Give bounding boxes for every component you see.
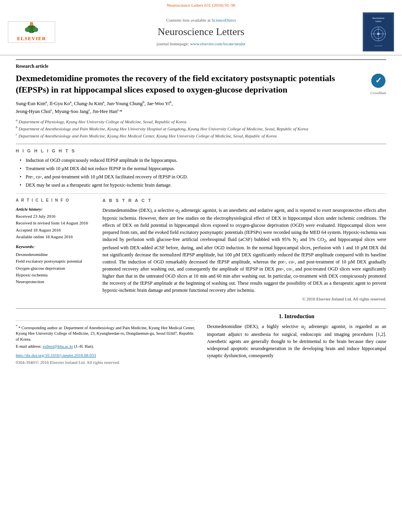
article-info-heading: A R T I C L E I N F O [16,198,95,203]
svg-point-14 [377,33,380,35]
svg-point-2 [25,28,30,32]
footnote-col: * * Corresponding author at: Department … [16,313,195,365]
sciencedirect-link[interactable]: ScienceDirect [212,18,236,22]
affiliation-c: c Department of Anesthesiology and Pain … [16,132,386,139]
homepage-label: journal homepage: www.elsevier.com/locat… [67,41,335,47]
divider-2 [16,193,386,194]
keyword-2: Field excitatory postsynaptic potential [16,258,95,264]
citation-text: Neuroscience Letters 631 (2016) 91–96 [167,3,236,7]
crossmark-label: CrossMark [370,91,386,96]
rights-text: 0304-3940/© 2016 Elsevier Ireland Ltd. A… [16,360,195,365]
journal-header-center: Contents lists available at ScienceDirec… [59,17,343,47]
washing-out-highlight: washing out [151,266,174,272]
sciencedirect-label: Contents lists available at ScienceDirec… [67,17,335,23]
elsevier-logo-box: ELSEVIER [8,21,55,43]
article-info-column: A R T I C L E I N F O Article history: R… [16,198,95,302]
history-online: Available online 18 August 2016 [16,234,95,240]
divider-3 [16,308,386,309]
intro-text: Dexmedetomidine (DEX), a highly selectiv… [207,323,386,359]
footnote-email-line: E-mail address: esthesi@khu.ac.kr (J.-H.… [16,344,195,350]
journal-cover-svg: Neuroscience Letters ELSEVIER [365,14,392,50]
history-received: Received 23 July 2016 [16,213,95,219]
intro-section-number: 1. Introduction [207,313,386,321]
article-history: Article history: Received 23 July 2016 R… [16,206,95,240]
elsevier-logo-section: ELSEVIER [8,21,59,43]
history-title: Article history: [16,206,95,212]
elsevier-tree-icon [16,22,47,34]
homepage-url[interactable]: www.elsevier.com/locate/neulet [190,41,245,46]
footnote-star-text: * * Corresponding author at: Department … [16,324,195,343]
journal-cover-image: Neuroscience Letters ELSEVIER [363,12,394,52]
abstract-text: Dexmedetomidine (DEX), a selective α2 ad… [102,207,386,294]
elsevier-brand: ELSEVIER [17,35,46,42]
footnote-email-label: E-mail address: [16,344,42,348]
article-type: Research article [16,59,386,70]
svg-text:Letters: Letters [375,20,382,22]
crossmark-section: ✓ CrossMark [370,73,386,96]
article-title-row: Dexmedetomidine promotes the recovery of… [16,73,386,96]
svg-text:ELSEVIER: ELSEVIER [374,45,382,47]
history-accepted: Accepted 18 August 2016 [16,227,95,233]
affiliation-a: a Department of Physiology, Kyung Hee Un… [16,118,386,125]
footnote-email-suffix: (J.-H. Han). [74,344,94,348]
svg-rect-5 [30,22,33,26]
doi-url[interactable]: http://dx.doi.org/10.1016/j.neulet.2016.… [16,353,96,358]
svg-point-3 [33,28,38,32]
keywords-section: Keywords: Dexmedetomidine Field excitato… [16,244,95,285]
highlight-item-2: Treatment with 10 µM DEX did not reduce … [20,165,386,172]
keyword-3: Oxygen-glucose deprivation [16,265,95,271]
bottom-two-col: * * Corresponding author at: Department … [16,313,386,365]
authors-text: Sung-Eun Kima, Il-Gyu Koa, Chang-Ju Kima… [16,101,173,114]
copyright-text: © 2016 Elsevier Ireland Ltd. All rights … [102,296,386,302]
keyword-4: Hypoxic-ischemia [16,272,95,278]
crossmark-icon: ✓ [370,73,386,89]
footnote-email-link[interactable]: esthesi@khu.ac.kr [43,344,73,348]
highlights-list: Induction of OGD conspicuously reduced f… [16,157,386,188]
highlight-item-3: Pre-, co-, and post-treatment with 10 µM… [20,174,386,180]
journal-header: ELSEVIER Contents lists available at Sci… [0,9,402,56]
journal-title: Neuroscience Letters [67,25,335,39]
footnote-section: * * Corresponding author at: Department … [16,321,195,349]
abstract-column: A B S T R A C T Dexmedetomidine (DEX), a… [102,198,386,302]
two-column-section: A R T I C L E I N F O Article history: R… [16,198,386,302]
abstract-heading: A B S T R A C T [102,198,386,204]
authors: Sung-Eun Kima, Il-Gyu Koa, Chang-Ju Kima… [16,100,386,115]
article-body: Research article Dexmedetomidine promote… [0,56,402,373]
doi-link[interactable]: http://dx.doi.org/10.1016/j.neulet.2016.… [16,352,195,358]
keywords-title: Keywords: [16,244,95,250]
introduction-col: 1. Introduction Dexmedetomidine (DEX), a… [207,313,386,365]
highlights-section: H I G H L I G H T S Induction of OGD con… [16,148,386,189]
keyword-1: Dexmedetomidine [16,252,95,258]
article-title: Dexmedetomidine promotes the recovery of… [16,73,370,95]
highlight-item-1: Induction of OGD conspicuously reduced f… [20,157,386,164]
citation-bar: Neuroscience Letters 631 (2016) 91–96 [0,0,402,9]
highlight-item-4: DEX may be used as a therapeutic agent f… [20,182,386,189]
highlights-heading: H I G H L I G H T S [16,148,386,154]
affiliation-b: b Department of Anesthesiology and Pain … [16,125,386,132]
keywords-list: Dexmedetomidine Field excitatory postsyn… [16,252,95,285]
svg-text:Neuroscience: Neuroscience [372,17,385,19]
affiliations: a Department of Physiology, Kyung Hee Un… [16,118,386,139]
divider-1 [16,144,386,144]
history-revised: Received in revised form 14 August 2016 [16,220,95,226]
keyword-5: Neuroprotection [16,279,95,285]
svg-text:✓: ✓ [375,76,382,85]
journal-cover-section: Neuroscience Letters ELSEVIER [343,12,394,52]
page: Neuroscience Letters 631 (2016) 91–96 EL… [0,0,402,532]
